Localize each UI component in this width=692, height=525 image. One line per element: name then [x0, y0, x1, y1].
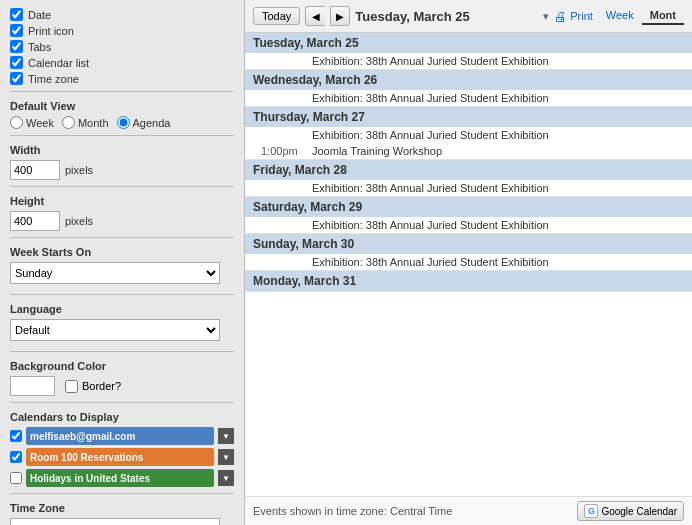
day-header-3: Friday, March 28	[245, 160, 692, 180]
calendar-item-2: Holidays in United States ▼	[10, 469, 234, 487]
calendar-checkbox-2[interactable]	[10, 472, 22, 484]
calendar-body: Tuesday, March 25 Exhibition: 38th Annua…	[245, 33, 692, 496]
checkbox-callist[interactable]: Calendar list	[10, 56, 234, 69]
google-icon: G	[584, 504, 598, 518]
divider-8	[10, 493, 234, 494]
divider-2	[10, 135, 234, 136]
event-title-0-0: Exhibition: 38th Annual Juried Student E…	[312, 55, 549, 67]
calendar-footer: Events shown in time zone: Central Time …	[245, 496, 692, 525]
radio-agenda[interactable]: Agenda	[117, 116, 171, 129]
divider-3	[10, 186, 234, 187]
calendars-label: Calendars to Display	[10, 411, 234, 423]
tz-select[interactable]: (GMT-06:00) Central Time	[10, 518, 220, 525]
event-row-2-0: Exhibition: 38th Annual Juried Student E…	[245, 127, 692, 143]
bgcolor-row: Border?	[10, 376, 234, 396]
next-button[interactable]: ▶	[330, 6, 350, 26]
divider-7	[10, 402, 234, 403]
day-header-0: Tuesday, March 25	[245, 33, 692, 53]
tab-mont[interactable]: Mont	[642, 7, 684, 25]
calendar-item-0: melfisaeb@gmail.com ▼	[10, 427, 234, 445]
week-starts-label: Week Starts On	[10, 246, 234, 258]
event-row-3-0: Exhibition: 38th Annual Juried Student E…	[245, 180, 692, 196]
tz-label: Time Zone	[10, 502, 234, 514]
divider-4	[10, 237, 234, 238]
radio-week-label: Week	[26, 117, 54, 129]
language-select[interactable]: Default English Spanish	[10, 319, 220, 341]
calendars-section: melfisaeb@gmail.com ▼ Room 100 Reservati…	[10, 427, 234, 487]
day-header-2: Thursday, March 27	[245, 107, 692, 127]
calendar-checkbox-0[interactable]	[10, 430, 22, 442]
checkbox-tabs-input[interactable]	[10, 40, 23, 53]
border-check-row: Border?	[65, 380, 121, 393]
default-view-options: Week Month Agenda	[10, 116, 234, 129]
calendar-header: Today ◀ ▶ Tuesday, March 25 ▾ 🖨 Print We…	[245, 0, 692, 33]
footer-timezone-text: Events shown in time zone: Central Time	[253, 505, 452, 517]
radio-month[interactable]: Month	[62, 116, 109, 129]
date-dropdown-icon[interactable]: ▾	[543, 10, 549, 23]
checkbox-date-label: Date	[28, 9, 51, 21]
calendar-label-2: Holidays in United States	[26, 469, 214, 487]
day-header-5: Sunday, March 30	[245, 234, 692, 254]
prev-button[interactable]: ◀	[305, 6, 325, 26]
height-row: pixels	[10, 211, 234, 231]
day-section-4: Saturday, March 29 Exhibition: 38th Annu…	[245, 197, 692, 234]
day-header-6: Monday, March 31	[245, 271, 692, 291]
day-section-6: Monday, March 31	[245, 271, 692, 292]
day-section-5: Sunday, March 30 Exhibition: 38th Annual…	[245, 234, 692, 271]
checkbox-tabs[interactable]: Tabs	[10, 40, 234, 53]
today-button[interactable]: Today	[253, 7, 300, 25]
event-time-2-1: 1:00pm	[261, 145, 306, 157]
checkboxes-section: Date Print icon Tabs Calendar list Time …	[10, 8, 234, 85]
radio-agenda-input[interactable]	[117, 116, 130, 129]
checkbox-callist-input[interactable]	[10, 56, 23, 69]
calendar-dropdown-1[interactable]: ▼	[218, 449, 234, 465]
radio-month-input[interactable]	[62, 116, 75, 129]
calendar-label-0: melfisaeb@gmail.com	[26, 427, 214, 445]
left-panel: Date Print icon Tabs Calendar list Time …	[0, 0, 245, 525]
event-row-2-1: 1:00pm Joomla Training Workshop	[245, 143, 692, 159]
day-section-1: Wednesday, March 26 Exhibition: 38th Ann…	[245, 70, 692, 107]
divider-1	[10, 91, 234, 92]
day-header-1: Wednesday, March 26	[245, 70, 692, 90]
checkbox-date[interactable]: Date	[10, 8, 234, 21]
tab-week[interactable]: Week	[598, 7, 642, 25]
radio-agenda-label: Agenda	[133, 117, 171, 129]
border-checkbox[interactable]	[65, 380, 78, 393]
calendar-item-1: Room 100 Reservations ▼	[10, 448, 234, 466]
calendar-dropdown-0[interactable]: ▼	[218, 428, 234, 444]
event-title-2-0: Exhibition: 38th Annual Juried Student E…	[312, 129, 549, 141]
width-row: pixels	[10, 160, 234, 180]
height-label: Height	[10, 195, 234, 207]
event-title-1-0: Exhibition: 38th Annual Juried Student E…	[312, 92, 549, 104]
view-tabs: Week Mont	[598, 7, 684, 25]
print-button[interactable]: 🖨 Print	[554, 9, 593, 24]
checkbox-printicon-input[interactable]	[10, 24, 23, 37]
width-input[interactable]	[10, 160, 60, 180]
height-input[interactable]	[10, 211, 60, 231]
event-row-4-0: Exhibition: 38th Annual Juried Student E…	[245, 217, 692, 233]
event-title-5-0: Exhibition: 38th Annual Juried Student E…	[312, 256, 549, 268]
day-header-4: Saturday, March 29	[245, 197, 692, 217]
checkbox-printicon-label: Print icon	[28, 25, 74, 37]
border-label: Border?	[82, 380, 121, 392]
event-title-2-1: Joomla Training Workshop	[312, 145, 442, 157]
week-starts-select[interactable]: Sunday Monday Saturday	[10, 262, 220, 284]
checkbox-date-input[interactable]	[10, 8, 23, 21]
radio-week-input[interactable]	[10, 116, 23, 129]
width-unit: pixels	[65, 164, 93, 176]
checkbox-timezone[interactable]: Time zone	[10, 72, 234, 85]
calendar-dropdown-2[interactable]: ▼	[218, 470, 234, 486]
calendar-label-1: Room 100 Reservations	[26, 448, 214, 466]
date-title: Tuesday, March 25	[355, 9, 538, 24]
bgcolor-label: Background Color	[10, 360, 234, 372]
radio-week[interactable]: Week	[10, 116, 54, 129]
day-section-2: Thursday, March 27 Exhibition: 38th Annu…	[245, 107, 692, 160]
calendar-checkbox-1[interactable]	[10, 451, 22, 463]
checkbox-printicon[interactable]: Print icon	[10, 24, 234, 37]
radio-month-label: Month	[78, 117, 109, 129]
color-picker[interactable]	[10, 376, 55, 396]
checkbox-timezone-input[interactable]	[10, 72, 23, 85]
google-calendar-button[interactable]: G Google Calendar	[577, 501, 684, 521]
event-row-1-0: Exhibition: 38th Annual Juried Student E…	[245, 90, 692, 106]
event-title-4-0: Exhibition: 38th Annual Juried Student E…	[312, 219, 549, 231]
